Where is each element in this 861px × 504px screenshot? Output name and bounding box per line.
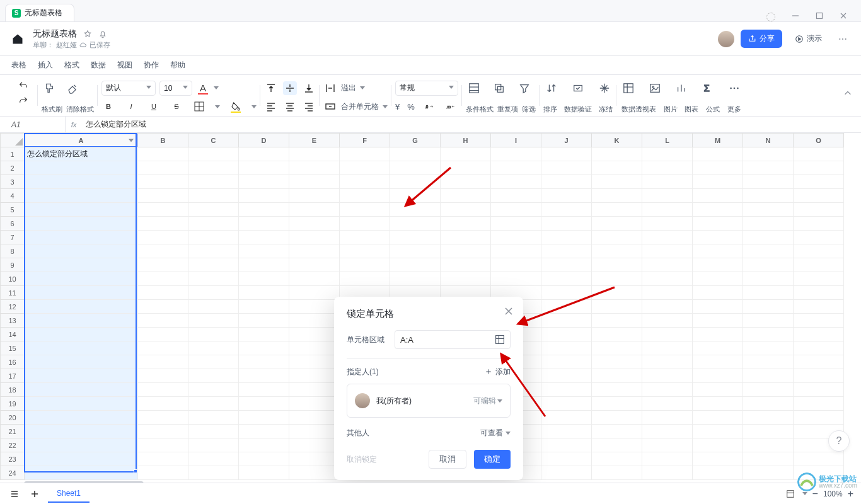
cell[interactable] [340, 272, 390, 286]
cell[interactable] [188, 355, 239, 369]
cell[interactable] [592, 272, 642, 286]
cell[interactable] [289, 314, 340, 328]
cell[interactable] [188, 383, 239, 397]
cell[interactable] [340, 258, 390, 272]
cell[interactable] [441, 244, 491, 258]
cell[interactable] [592, 369, 642, 383]
cell[interactable] [642, 203, 693, 217]
duplicate-icon[interactable] [494, 83, 505, 94]
share-button[interactable]: 分享 [741, 30, 782, 48]
cell[interactable] [592, 217, 642, 231]
menu-insert[interactable]: 插入 [38, 60, 53, 71]
cell[interactable] [693, 397, 743, 411]
cell[interactable] [743, 314, 794, 328]
cell[interactable] [794, 161, 844, 175]
cell[interactable] [642, 147, 693, 161]
cell[interactable] [592, 355, 642, 369]
cell[interactable] [541, 438, 592, 452]
cell[interactable] [239, 272, 289, 286]
chevron-down-icon[interactable] [215, 105, 220, 108]
cell[interactable] [340, 203, 390, 217]
cell[interactable] [541, 452, 592, 466]
cell[interactable] [693, 369, 743, 383]
feedback-icon[interactable] [766, 13, 775, 21]
column-header[interactable]: J [541, 134, 592, 147]
cell[interactable] [642, 272, 693, 286]
cell[interactable] [743, 369, 794, 383]
cell[interactable] [541, 217, 592, 231]
cell[interactable] [642, 466, 693, 480]
column-header[interactable]: G [390, 134, 441, 147]
filter-icon[interactable] [519, 83, 530, 94]
cell[interactable] [289, 466, 340, 480]
column-header[interactable]: O [794, 134, 844, 147]
cell[interactable] [289, 272, 340, 286]
cell[interactable] [743, 341, 794, 355]
valign-middle-icon[interactable] [283, 81, 297, 95]
row-header[interactable]: 22 [1, 438, 25, 452]
cell[interactable] [592, 411, 642, 425]
present-button[interactable]: 演示 [789, 30, 828, 48]
cell[interactable] [642, 452, 693, 466]
cell[interactable] [441, 231, 491, 244]
avatar[interactable] [718, 31, 734, 47]
cell[interactable] [642, 341, 693, 355]
cell[interactable] [25, 355, 138, 369]
cell[interactable] [188, 397, 239, 411]
cell[interactable] [390, 244, 441, 258]
cell[interactable] [794, 231, 844, 244]
range-picker-icon[interactable] [495, 335, 505, 345]
cell[interactable] [693, 175, 743, 189]
cell[interactable] [289, 452, 340, 466]
cell[interactable] [541, 466, 592, 480]
cell[interactable] [25, 203, 138, 217]
border-button[interactable] [192, 100, 206, 113]
menu-data[interactable]: 数据 [91, 60, 106, 71]
cell[interactable] [592, 286, 642, 300]
menu-format[interactable]: 格式 [64, 60, 79, 71]
doc-title[interactable]: 无标题表格 [33, 28, 77, 40]
cell[interactable] [25, 341, 138, 355]
row-header[interactable]: 11 [1, 286, 25, 300]
add-assignee-button[interactable]: ＋添加 [484, 366, 511, 377]
cell[interactable] [188, 217, 239, 231]
row-header[interactable]: 15 [1, 341, 25, 355]
halign-right-icon[interactable] [302, 100, 316, 113]
range-input[interactable]: A:A [395, 330, 511, 349]
cell[interactable] [743, 452, 794, 466]
others-perm-dropdown[interactable]: 可查看 [480, 428, 511, 438]
cell[interactable] [289, 328, 340, 341]
cell[interactable] [188, 466, 239, 480]
cell[interactable] [693, 272, 743, 286]
cell[interactable] [289, 231, 340, 244]
cell[interactable] [491, 189, 541, 203]
cell[interactable] [239, 217, 289, 231]
cell[interactable] [541, 314, 592, 328]
spreadsheet-area[interactable]: ABCDEFGHIJKLMNO1怎么锁定部分区域2345678910111213… [0, 133, 861, 488]
cell[interactable] [794, 175, 844, 189]
cell[interactable] [138, 438, 188, 452]
row-header[interactable]: 8 [1, 244, 25, 258]
cell[interactable] [188, 425, 239, 438]
cell[interactable] [138, 341, 188, 355]
cell[interactable] [239, 175, 289, 189]
cell[interactable] [188, 341, 239, 355]
cell[interactable] [188, 189, 239, 203]
cell[interactable] [289, 244, 340, 258]
cell[interactable] [25, 438, 138, 452]
cell[interactable] [541, 272, 592, 286]
cell[interactable] [25, 314, 138, 328]
cell[interactable] [743, 466, 794, 480]
row-header[interactable]: 19 [1, 397, 25, 411]
cell[interactable] [642, 397, 693, 411]
cell[interactable] [390, 189, 441, 203]
wrap-icon[interactable] [323, 81, 337, 95]
column-header[interactable]: C [188, 134, 239, 147]
cell[interactable] [138, 286, 188, 300]
cell[interactable] [541, 147, 592, 161]
cell[interactable] [25, 328, 138, 341]
cell[interactable] [693, 328, 743, 341]
cell[interactable] [239, 300, 289, 314]
cell[interactable] [794, 341, 844, 355]
cell[interactable] [541, 341, 592, 355]
